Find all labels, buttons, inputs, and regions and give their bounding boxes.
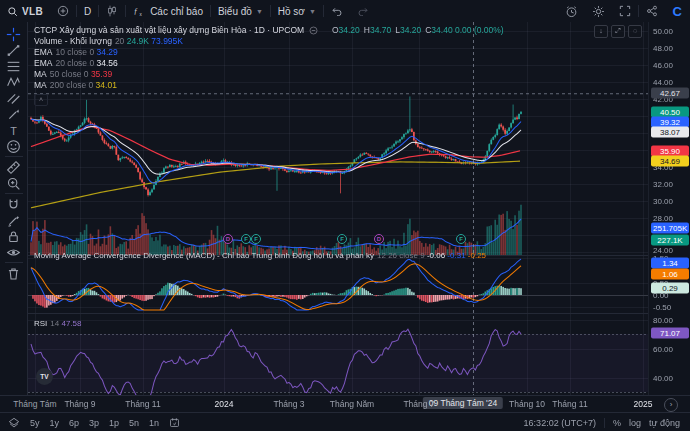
pane-restore-button[interactable]: ◌ — [628, 25, 642, 38]
fullscreen-button[interactable] — [612, 5, 638, 17]
time-axis[interactable]: 09 Tháng Tám '24 › Tháng TámTháng 9Tháng… — [0, 395, 690, 413]
text-icon: T — [6, 123, 21, 138]
trash-tool[interactable] — [3, 265, 25, 281]
axis-label: 60.00 — [653, 345, 673, 354]
legend-ema10-row[interactable]: EMA10 close 0 34.29 — [34, 47, 504, 58]
zoom-in-icon — [6, 176, 21, 191]
share-button[interactable] — [639, 5, 665, 17]
magnet-tool[interactable] — [3, 196, 25, 212]
crosshair-date-badge: 09 Tháng Tám '24 — [423, 397, 503, 409]
chevron-down-icon: ▼ — [256, 8, 263, 15]
chart-layout-menu[interactable]: Biểu đồ▼ — [211, 0, 270, 22]
axis-label: 30.00 — [653, 197, 673, 206]
measure-tool[interactable] — [3, 159, 25, 175]
symbol-title-row[interactable]: CTCP Xây dựng và sản xuất vật liệu xây d… — [34, 25, 504, 36]
legend-ema20-row[interactable]: EMA20 close 0 34.56 — [34, 58, 504, 69]
crosshair-tool[interactable] — [3, 26, 25, 42]
time-axis-label: Tháng 7 — [403, 399, 434, 409]
svg-text:ƒ: ƒ — [134, 7, 138, 16]
undo-icon — [331, 6, 343, 16]
text-tool[interactable]: T — [3, 122, 25, 138]
legend-ma50-row[interactable]: MA50 close 0 35.39 — [34, 69, 504, 80]
legend-volume-row[interactable]: Volume - Khối lượng20 24.9K 73.995K — [34, 36, 504, 47]
percent-scale-toggle[interactable]: % — [613, 418, 621, 428]
fib-retracement-tool[interactable] — [3, 58, 25, 74]
symbol-title: CTCP Xây dựng và sản xuất vật liệu xây d… — [34, 25, 304, 35]
svg-text:x: x — [140, 12, 143, 17]
scroll-to-recent-button[interactable]: › — [664, 398, 678, 412]
bottom-toolbar: 5y1y6p3p1p5n1n 16:32:02 (UTC+7) % log tự… — [0, 412, 690, 431]
range-5y-button[interactable]: 5y — [25, 418, 45, 428]
pane-down-button[interactable]: ↓ — [594, 25, 608, 38]
range-1y-button[interactable]: 1y — [45, 418, 65, 428]
alert-button[interactable] — [558, 5, 585, 18]
tradingview-app: VLB D ƒx Các chỉ báo Biểu đồ▼ Hồ sơ▼ — [0, 0, 690, 431]
time-axis-label: Tháng 10 — [509, 399, 545, 409]
compare-add-button[interactable] — [50, 0, 76, 22]
fullscreen-icon — [619, 5, 631, 17]
emoji-icon — [6, 139, 21, 154]
go-to-date-button[interactable] — [164, 417, 185, 428]
plus-circle-icon — [57, 5, 69, 17]
layers-icon[interactable] — [0, 417, 25, 429]
time-axis-label: Tháng Năm — [330, 399, 374, 409]
pencil-icon — [6, 213, 21, 228]
chart-style-button[interactable] — [99, 0, 125, 22]
axis-label: 48.00 — [653, 44, 673, 53]
time-axis-label: Tháng 11 — [125, 399, 160, 409]
symbol-search-button[interactable]: VLB — [0, 0, 50, 22]
tradingview-logo[interactable]: TV — [36, 368, 53, 385]
top-toolbar: VLB D ƒx Các chỉ báo Biểu đồ▼ Hồ sơ▼ — [0, 0, 690, 23]
axis-label: 40.00 — [653, 374, 673, 383]
trend-line-icon — [6, 43, 21, 58]
date-range-buttons: 5y1y6p3p1p5n1n — [25, 418, 164, 428]
range-3p-button[interactable]: 3p — [84, 418, 104, 428]
range-6p-button[interactable]: 6p — [64, 418, 84, 428]
projection-icon — [6, 91, 21, 106]
axis-price-badge: 38.07 — [651, 127, 689, 138]
svg-text:T: T — [10, 124, 17, 136]
eye-tool[interactable] — [3, 244, 25, 260]
brush-tool[interactable] — [3, 106, 25, 122]
profile-menu[interactable]: Hồ sơ▼ — [271, 0, 323, 22]
axis-price-badge: 42.67 — [651, 88, 689, 99]
zoom-in-tool[interactable] — [3, 175, 25, 191]
price-axis[interactable]: 50.0048.0046.0044.0042.0034.0032.0030.00… — [648, 22, 690, 395]
auto-scale-toggle[interactable]: tự động — [649, 418, 680, 428]
divider — [604, 418, 605, 428]
trend-line-tool[interactable] — [3, 42, 25, 58]
clock[interactable]: 16:32:02 (UTC+7) — [524, 418, 596, 428]
legend-ma200-row[interactable]: MA200 close 0 34.01 — [34, 80, 504, 91]
axis-price-badge: 1.06 — [651, 269, 689, 280]
toolbar-divider — [5, 193, 23, 194]
xabcd-pattern-tool[interactable] — [3, 74, 25, 90]
range-1n-button[interactable]: 1n — [144, 418, 164, 428]
axis-label: 50.00 — [653, 27, 673, 36]
projection-tool[interactable] — [3, 90, 25, 106]
time-axis-label: Tháng 9 — [64, 399, 95, 409]
pencil-tool[interactable] — [3, 212, 25, 228]
settings-button[interactable] — [585, 5, 612, 18]
xabcd-pattern-icon — [6, 75, 21, 90]
legend-collapse-button[interactable]: ˄ — [34, 94, 48, 106]
log-scale-toggle[interactable]: log — [629, 418, 641, 428]
fib-retracement-icon — [6, 59, 21, 74]
circle-minus-icon[interactable] — [309, 26, 318, 35]
broker-logo[interactable]: C — [665, 4, 690, 19]
interval-button[interactable]: D — [77, 0, 98, 22]
pane-maximize-button[interactable]: ⤢ — [611, 25, 625, 38]
chart-area[interactable]: CTCP Xây dựng và sản xuất vật liệu xây d… — [28, 22, 648, 395]
redo-icon — [357, 6, 369, 16]
undo-button[interactable] — [324, 0, 350, 22]
time-axis-label: Tháng Tám — [13, 399, 56, 409]
lock-tool[interactable] — [3, 228, 25, 244]
emoji-tool[interactable] — [3, 138, 25, 154]
axis-label: -0.50 — [653, 303, 671, 312]
range-1p-button[interactable]: 1p — [104, 418, 124, 428]
ohlc-values: O34.20H34.70L34.20C34.40 0.00 (0.00%) — [328, 25, 504, 35]
range-5n-button[interactable]: 5n — [124, 418, 144, 428]
redo-button[interactable] — [350, 0, 376, 22]
axis-label: 80.00 — [653, 316, 673, 325]
indicators-button[interactable]: ƒx Các chỉ báo — [126, 0, 210, 22]
gear-icon — [592, 5, 605, 18]
